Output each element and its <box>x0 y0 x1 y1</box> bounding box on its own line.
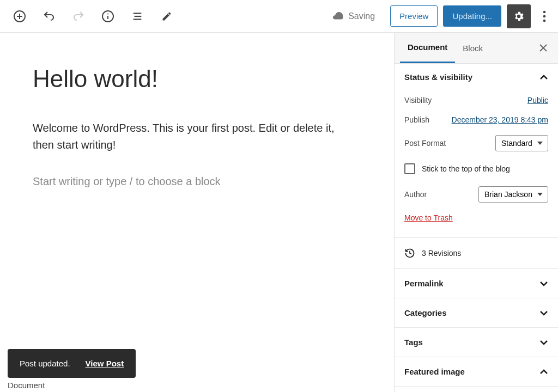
panel-featured-image-title: Featured image <box>404 367 465 376</box>
author-label: Author <box>404 190 427 199</box>
sidebar-tabs: Document Block <box>395 33 558 64</box>
top-toolbar: Saving Preview Updating... <box>0 0 558 33</box>
svg-point-5 <box>107 13 108 14</box>
cloud-icon <box>332 10 344 22</box>
chevron-up-icon <box>539 73 548 82</box>
panel-categories-title: Categories <box>404 308 447 317</box>
outline-button[interactable] <box>129 8 146 25</box>
saving-label: Saving <box>348 11 375 21</box>
panel-featured-image[interactable]: Featured image <box>395 357 558 387</box>
close-icon <box>539 44 547 52</box>
close-sidebar-button[interactable] <box>534 39 553 57</box>
tab-document[interactable]: Document <box>400 33 455 63</box>
undo-button[interactable] <box>40 8 58 25</box>
redo-button[interactable] <box>70 8 87 25</box>
svg-point-11 <box>543 19 546 22</box>
svg-point-10 <box>543 15 546 17</box>
post-format-label: Post Format <box>404 139 446 148</box>
workspace: Hello world! Welcome to WordPress. This … <box>0 33 558 392</box>
toast-action-link[interactable]: View Post <box>86 359 124 368</box>
publish-label: Publish <box>404 115 429 124</box>
settings-sidebar: Document Block Status & visibility Visib… <box>394 33 558 392</box>
post-title[interactable]: Hello world! <box>33 65 361 93</box>
stick-label: Stick to the top of the blog <box>422 164 510 173</box>
info-button[interactable] <box>99 8 117 25</box>
panel-permalink[interactable]: Permalink <box>395 269 558 298</box>
footer-breadcrumb[interactable]: Document <box>8 381 45 390</box>
move-to-trash-link[interactable]: Move to Trash <box>404 213 453 222</box>
saving-indicator: Saving <box>332 10 375 22</box>
visibility-label: Visibility <box>404 96 432 105</box>
visibility-value-link[interactable]: Public <box>527 96 548 105</box>
post-body[interactable]: Welcome to WordPress. This is your first… <box>33 120 354 154</box>
block-placeholder[interactable]: Start writing or type / to choose a bloc… <box>33 175 361 188</box>
stick-checkbox[interactable] <box>404 163 415 174</box>
panel-permalink-title: Permalink <box>404 279 444 288</box>
panel-categories[interactable]: Categories <box>395 298 558 328</box>
chevron-down-icon <box>539 338 548 347</box>
redo-icon <box>72 10 85 23</box>
dots-vertical-icon <box>543 10 546 22</box>
panel-tags[interactable]: Tags <box>395 328 558 357</box>
update-button[interactable]: Updating... <box>443 5 501 27</box>
panel-tags-title: Tags <box>404 338 423 347</box>
settings-button[interactable] <box>507 4 531 28</box>
chevron-up-icon <box>539 367 548 376</box>
pencil-icon <box>161 11 172 22</box>
panel-status-title: Status & visibility <box>404 72 472 82</box>
chevron-down-icon <box>539 279 548 288</box>
publish-date-link[interactable]: December 23, 2019 8:43 pm <box>452 115 548 124</box>
svg-point-9 <box>543 10 546 13</box>
info-icon <box>101 10 114 23</box>
list-icon <box>131 10 143 22</box>
more-menu-button[interactable] <box>536 4 553 28</box>
revisions-label: 3 Revisions <box>422 249 461 258</box>
panel-status-header[interactable]: Status & visibility <box>395 64 558 90</box>
toast-message: Post updated. <box>20 359 70 368</box>
gear-icon <box>513 10 525 22</box>
toolbar-right: Saving Preview Updating... <box>332 4 553 28</box>
author-select[interactable]: Brian Jackson <box>478 186 548 203</box>
plus-circle-icon <box>13 10 26 23</box>
edit-button[interactable] <box>158 8 175 25</box>
undo-icon <box>43 10 56 23</box>
chevron-down-icon <box>539 309 548 317</box>
history-icon <box>404 248 415 259</box>
toolbar-left <box>11 8 175 25</box>
revisions-button[interactable]: 3 Revisions <box>395 238 558 269</box>
preview-button[interactable]: Preview <box>390 5 438 27</box>
toast-notification: Post updated. View Post <box>8 349 136 378</box>
panel-status-body: Visibility Public Publish December 23, 2… <box>395 90 558 237</box>
post-format-select[interactable]: Standard <box>495 135 548 151</box>
add-block-button[interactable] <box>11 8 28 25</box>
panel-status-visibility: Status & visibility Visibility Public Pu… <box>395 64 558 238</box>
editor-canvas[interactable]: Hello world! Welcome to WordPress. This … <box>0 33 394 392</box>
tab-block[interactable]: Block <box>455 34 490 63</box>
